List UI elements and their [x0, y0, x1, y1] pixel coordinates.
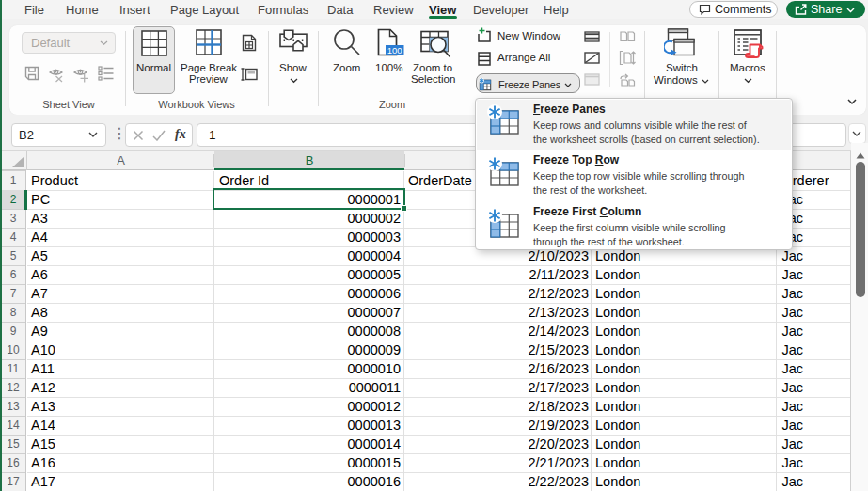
svg-text:100: 100: [387, 45, 402, 55]
